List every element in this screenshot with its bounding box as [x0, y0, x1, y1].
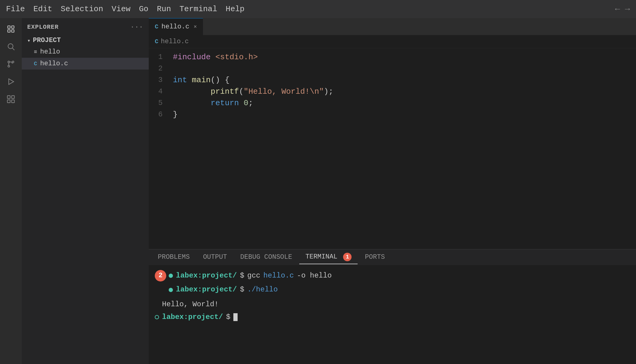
code-line-4: 4 printf("Hello, World!\n");: [149, 86, 636, 97]
svg-rect-12: [7, 100, 10, 102]
tab-problems[interactable]: PROBLEMS: [152, 251, 196, 264]
terminal-prompt-2: labex:project/: [176, 284, 237, 295]
breadcrumb-c-icon: C: [155, 38, 158, 45]
terminal-panel[interactable]: 2 labex:project/ $ gcc hello.c -o hello: [149, 265, 636, 364]
svg-point-7: [8, 65, 10, 67]
terminal-prompt-suffix-2: $: [240, 284, 244, 295]
tab-terminal[interactable]: TERMINAL 1: [299, 250, 358, 264]
code-line-3: 3 int main() {: [149, 74, 636, 86]
tab-ports[interactable]: PORTS: [359, 251, 391, 264]
terminal-cmd-gcc: gcc: [247, 270, 260, 281]
svg-rect-11: [11, 96, 14, 98]
terminal-cursor: [233, 313, 238, 321]
tab-terminal-label: TERMINAL: [305, 253, 337, 261]
line-content-1: #include <stdio.h>: [170, 51, 636, 63]
terminal-line-1: labex:project/ $ gcc hello.c -o hello: [169, 270, 332, 281]
code-line-1: 1 #include <stdio.h>: [149, 51, 636, 63]
line-content-6: }: [170, 109, 636, 120]
code-token: main: [192, 76, 210, 85]
menu-selection[interactable]: Selection: [61, 5, 103, 14]
svg-marker-9: [9, 79, 14, 85]
menu-go[interactable]: Go: [139, 5, 148, 14]
sidebar-more-button[interactable]: ···: [130, 23, 143, 31]
line-number-4: 4: [149, 86, 170, 97]
menu-run[interactable]: Run: [157, 5, 171, 14]
code-token: <stdio.h>: [215, 53, 258, 62]
sidebar-item-hello-c[interactable]: C hello.c: [22, 58, 149, 70]
c-file-icon: C: [34, 61, 37, 67]
git-activity-icon[interactable]: [3, 56, 19, 72]
activity-bar: [0, 18, 22, 364]
svg-rect-13: [11, 100, 14, 102]
file-tree: ▾ PROJECT ≡ hello C hello.c: [22, 34, 149, 71]
code-editor[interactable]: 1 #include <stdio.h> 2 3 int main() { 4 …: [149, 48, 636, 249]
menu-terminal[interactable]: Terminal: [180, 5, 217, 14]
sidebar: EXPLORER ··· ▾ PROJECT ≡ hello C hello.c: [22, 18, 149, 364]
code-token: 0: [244, 99, 248, 108]
nav-forward-button[interactable]: →: [625, 5, 630, 14]
titlebar: File Edit Selection View Go Run Terminal…: [0, 0, 636, 18]
sidebar-item-hello-label: hello: [40, 48, 60, 56]
panel-area: PROBLEMS OUTPUT DEBUG CONSOLE TERMINAL 1…: [149, 249, 636, 364]
tabs-bar: C hello.c ×: [149, 18, 636, 35]
svg-point-6: [8, 61, 10, 63]
sidebar-item-hello-folder[interactable]: ≡ hello: [22, 46, 149, 58]
code-token: return: [211, 99, 239, 108]
tab-debug-console[interactable]: DEBUG CONSOLE: [234, 251, 298, 264]
breadcrumb-path: hello.c: [161, 38, 189, 45]
line-content-5: return 0;: [170, 97, 636, 109]
code-line-6: 6 }: [149, 109, 636, 120]
menu-view[interactable]: View: [112, 5, 130, 14]
tab-close-icon[interactable]: ×: [193, 24, 197, 30]
code-line-5: 5 return 0;: [149, 97, 636, 109]
project-label: PROJECT: [33, 37, 61, 44]
terminal-cmd-run: ./hello: [247, 284, 278, 295]
code-token: printf: [211, 87, 239, 96]
code-token: (: [239, 87, 244, 96]
code-token: );: [324, 87, 333, 96]
menu-file[interactable]: File: [6, 5, 25, 14]
menu-edit[interactable]: Edit: [33, 5, 52, 14]
terminal-badge: 1: [343, 253, 352, 261]
line-content-4: printf("Hello, World!\n");: [170, 86, 636, 97]
search-activity-icon[interactable]: [3, 39, 19, 54]
nav-back-button[interactable]: ←: [615, 5, 620, 14]
line-number-2: 2: [149, 63, 170, 74]
tab-output[interactable]: OUTPUT: [197, 251, 233, 264]
code-token: [211, 53, 216, 62]
svg-rect-0: [8, 26, 10, 28]
code-token: "Hello, World!\n": [244, 87, 324, 96]
explorer-activity-icon[interactable]: [3, 21, 19, 37]
line-content-2: [170, 63, 636, 74]
svg-line-5: [12, 48, 14, 50]
main-layout: EXPLORER ··· ▾ PROJECT ≡ hello C hello.c: [0, 18, 636, 364]
terminal-prompt-3: labex:project/: [162, 311, 223, 323]
svg-rect-1: [11, 26, 14, 28]
tab-hello-c[interactable]: C hello.c ×: [149, 18, 203, 35]
menu-help[interactable]: Help: [226, 5, 245, 14]
step-badge-2: 2: [155, 270, 166, 281]
code-token: [239, 99, 244, 108]
breadcrumb: C hello.c: [149, 35, 636, 48]
terminal-output: Hello, World!: [155, 299, 630, 310]
terminal-bullet-outline: [155, 315, 159, 319]
terminal-prompt-suffix-1: $: [240, 270, 244, 281]
debug-activity-icon[interactable]: [3, 74, 19, 89]
code-token: ;: [248, 99, 253, 108]
svg-rect-2: [8, 30, 10, 32]
line-content-3: int main() {: [170, 74, 636, 86]
code-token: #include: [173, 53, 211, 62]
terminal-prompt-suffix-3: $: [226, 311, 230, 323]
code-token: [173, 99, 211, 108]
svg-point-8: [12, 61, 14, 63]
extensions-activity-icon[interactable]: [3, 91, 19, 107]
sidebar-content: ▾ PROJECT ≡ hello C hello.c: [22, 34, 149, 364]
menu-bar[interactable]: File Edit Selection View Go Run Terminal…: [6, 5, 245, 14]
project-root[interactable]: ▾ PROJECT: [22, 35, 149, 46]
panel-tabs: PROBLEMS OUTPUT DEBUG CONSOLE TERMINAL 1…: [149, 249, 636, 265]
sidebar-header: EXPLORER ···: [22, 18, 149, 34]
tab-c-icon: C: [155, 23, 158, 30]
line-number-3: 3: [149, 74, 170, 86]
terminal-cmd-file: hello.c: [263, 270, 294, 281]
terminal-bullet-1: [169, 274, 173, 278]
